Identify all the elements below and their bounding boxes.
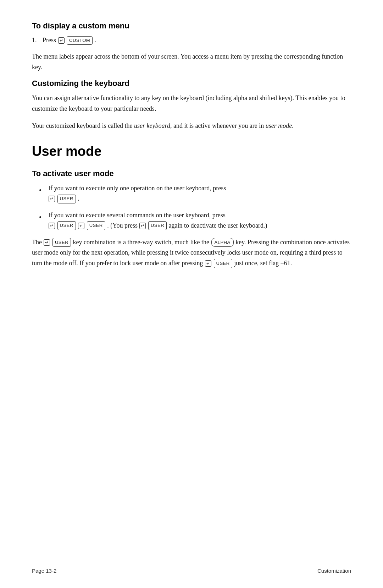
- custom-key-label: CUSTOM: [67, 36, 93, 45]
- section2-para2-mid: , and it is active whenever you are in: [170, 122, 266, 129]
- shift-key-para2: ↵: [205, 260, 211, 267]
- section2-para1: You can assign alternative functionality…: [32, 93, 351, 114]
- shift-key-icon: ↵: [58, 37, 65, 44]
- user-key-2c: USER: [148, 221, 167, 230]
- section3-para1: The ↵ USER key combination is a three-wa…: [32, 237, 351, 269]
- user-key-para: USER: [52, 238, 71, 247]
- bullet-1-dot: •: [39, 185, 43, 196]
- activate-user-mode-list: • If you want to execute only one operat…: [32, 183, 351, 230]
- step-1: 1. Press ↵ CUSTOM .: [32, 36, 351, 45]
- section1-heading: To display a custom menu: [32, 21, 351, 31]
- key-combo-user-2b: ↵ USER: [78, 222, 107, 229]
- chapter-heading-user-mode: User mode: [32, 144, 351, 159]
- step-list: 1. Press ↵ CUSTOM .: [32, 36, 351, 45]
- key-combo-user-2c: ↵ USER: [139, 222, 168, 229]
- key-combo-user-para2: ↵ USER: [205, 260, 234, 267]
- step-number: 1.: [32, 36, 39, 45]
- key-combo-custom: ↵ CUSTOM: [58, 37, 95, 44]
- shift-key-2b: ↵: [78, 223, 84, 229]
- alpha-key-label: ALPHA: [211, 238, 234, 247]
- key-combo-user-para: ↵ USER: [43, 239, 73, 246]
- user-key-2a: USER: [57, 221, 76, 230]
- page-footer: Page 13-2 Customization: [32, 564, 351, 574]
- user-key-1: USER: [57, 195, 76, 203]
- bullet-2-dot: •: [39, 212, 43, 223]
- bullet2-prefix: If you want to execute several commands …: [48, 212, 226, 219]
- section2-para2-prefix: Your customized keyboard is called the: [32, 122, 134, 129]
- shift-key-para: ↵: [44, 239, 50, 246]
- section2-para2-suffix: .: [292, 122, 294, 129]
- page-container: To display a custom menu 1. Press ↵ CUST…: [0, 0, 383, 588]
- shift-key-2c: ↵: [139, 223, 146, 229]
- bullet1-prefix: If you want to execute only one operatio…: [48, 185, 226, 192]
- user-key-2b: USER: [87, 221, 105, 230]
- bullet-item-1: • If you want to execute only one operat…: [39, 183, 351, 204]
- footer-section-name: Customization: [317, 568, 351, 574]
- footer-page-number: Page 13-2: [32, 568, 56, 574]
- user-key-para2: USER: [214, 259, 232, 268]
- section3-subheading: To activate user mode: [32, 169, 351, 178]
- section2-user-mode: user mode: [266, 122, 292, 129]
- bullet-2-content: If you want to execute several commands …: [48, 210, 267, 231]
- shift-key-2a: ↵: [49, 223, 55, 229]
- shift-key-1: ↵: [49, 196, 55, 202]
- section2-user-keyboard: user keyboard: [134, 122, 170, 129]
- section1-body: The menu labels appear across the bottom…: [32, 51, 351, 72]
- section2-heading: Customizing the keyboard: [32, 79, 351, 88]
- step-1-content: Press ↵ CUSTOM .: [43, 36, 96, 45]
- bullet-item-2: • If you want to execute several command…: [39, 210, 351, 231]
- section2-para2: Your customized keyboard is called the u…: [32, 121, 351, 131]
- key-combo-user-1: ↵ USER: [48, 195, 78, 202]
- bullet-1-content: If you want to execute only one operatio…: [48, 183, 226, 204]
- key-combo-user-2a: ↵ USER: [48, 222, 78, 229]
